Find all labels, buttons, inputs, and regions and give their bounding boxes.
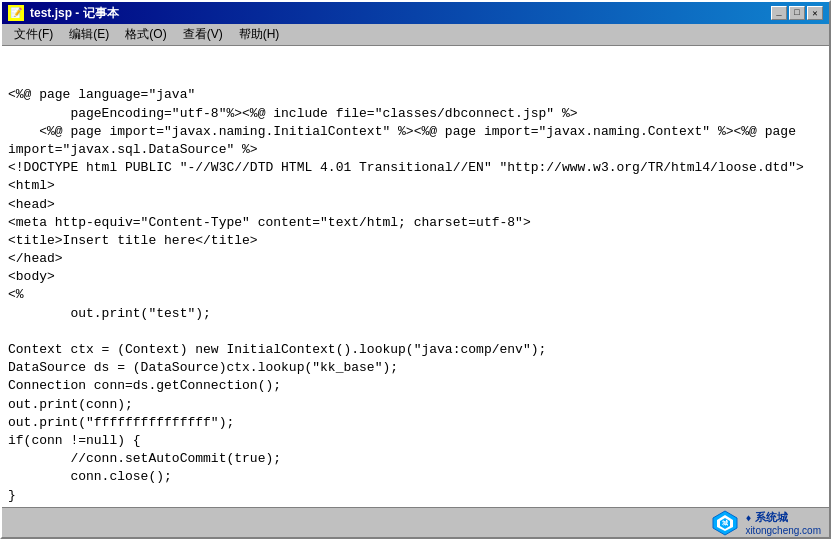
window-title: test.jsp - 记事本 <box>30 5 119 22</box>
menu-format[interactable]: 格式(O) <box>117 24 174 45</box>
watermark-site: ⬧ 系统城 <box>745 510 821 525</box>
close-button[interactable]: ✕ <box>807 6 823 20</box>
svg-text:城: 城 <box>721 519 729 527</box>
menu-view[interactable]: 查看(V) <box>175 24 231 45</box>
watermark: 城 ⬧ 系统城 xitongcheng.com <box>711 509 821 537</box>
menu-help[interactable]: 帮助(H) <box>231 24 288 45</box>
code-content: <%@ page language="java" pageEncoding="u… <box>8 86 823 507</box>
watermark-url: xitongcheng.com <box>745 525 821 536</box>
watermark-info: ⬧ 系统城 xitongcheng.com <box>745 510 821 536</box>
title-bar: 📝 test.jsp - 记事本 _ □ ✕ <box>2 2 829 24</box>
editor-area[interactable]: <%@ page language="java" pageEncoding="u… <box>2 46 829 507</box>
menu-file[interactable]: 文件(F) <box>6 24 61 45</box>
menu-bar: 文件(F) 编辑(E) 格式(O) 查看(V) 帮助(H) <box>2 24 829 46</box>
maximize-button[interactable]: □ <box>789 6 805 20</box>
watermark-logo: 城 <box>711 509 739 537</box>
title-bar-buttons: _ □ ✕ <box>771 6 823 20</box>
app-icon: 📝 <box>8 5 24 21</box>
title-bar-left: 📝 test.jsp - 记事本 <box>8 5 119 22</box>
watermark-icon: ⬧ <box>745 511 755 523</box>
menu-edit[interactable]: 编辑(E) <box>61 24 117 45</box>
minimize-button[interactable]: _ <box>771 6 787 20</box>
bottom-bar: 城 ⬧ 系统城 xitongcheng.com <box>2 507 829 537</box>
main-window: 📝 test.jsp - 记事本 _ □ ✕ 文件(F) 编辑(E) 格式(O)… <box>0 0 831 539</box>
